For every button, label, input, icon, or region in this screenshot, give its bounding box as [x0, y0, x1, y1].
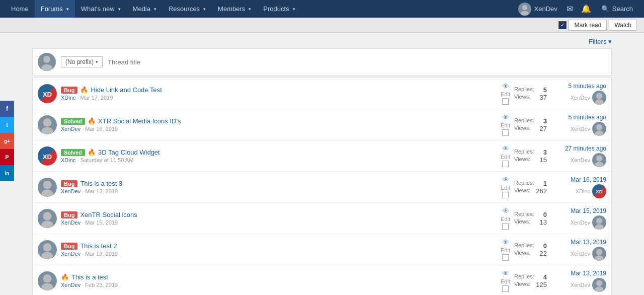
thread-edit-link[interactable]: Edit — [501, 185, 510, 191]
svg-point-2 — [43, 56, 50, 63]
thread-checkbox[interactable] — [502, 192, 509, 198]
svg-text:XD: XD — [43, 153, 52, 160]
svg-point-27 — [596, 280, 602, 286]
thread-badge: Solved — [61, 149, 85, 156]
views-label: Views: — [514, 250, 530, 257]
thread-controls: 👁Edit — [501, 176, 510, 198]
thread-stats: Replies:5Views:37 — [514, 86, 547, 101]
last-post-avatar — [592, 215, 606, 230]
social-twitter-button[interactable]: t — [0, 117, 14, 133]
thread-author[interactable]: XenDev — [61, 126, 80, 132]
thread-checkbox[interactable] — [502, 129, 509, 136]
replies-label: Replies: — [514, 86, 534, 94]
replies-count: 0 — [543, 211, 547, 218]
svg-point-12 — [596, 155, 602, 161]
bell-icon[interactable]: 🔔 — [577, 0, 595, 18]
last-post-time[interactable]: 27 minutes ago — [551, 145, 606, 152]
thread-author[interactable]: XenDev — [61, 219, 80, 226]
svg-point-7 — [43, 118, 52, 127]
thread-author-avatar — [38, 240, 57, 259]
thread-checkbox[interactable] — [502, 161, 509, 167]
table-row: Solved🔥XTR Social Media Icons ID'sXenDev… — [33, 109, 611, 140]
search-button[interactable]: 🔍 Search — [595, 0, 639, 18]
watch-eye-icon[interactable]: 👁 — [502, 238, 509, 246]
whats-new-chevron-icon: ▾ — [118, 7, 121, 12]
last-post-time[interactable]: Mar 13, 2019 — [551, 270, 606, 277]
watch-eye-icon[interactable]: 👁 — [502, 113, 509, 121]
thread-title-link[interactable]: This is test 2 — [80, 242, 117, 250]
nav-item-home[interactable]: Home — [5, 0, 35, 18]
last-post-time[interactable]: Mar 15, 2019 — [551, 207, 606, 214]
thread-title-link[interactable]: XenTR Social icons — [80, 211, 137, 218]
thread-edit-link[interactable]: Edit — [501, 154, 510, 160]
thread-author-avatar — [38, 178, 57, 197]
thread-meta: XenDev · Mar 15, 2019 — [61, 219, 497, 226]
fire-icon: 🔥 — [88, 149, 96, 156]
thread-edit-link[interactable]: Edit — [501, 216, 510, 222]
replies-count: 0 — [543, 242, 547, 250]
svg-point-20 — [595, 224, 604, 230]
select-all-checkbox[interactable]: ✓ — [558, 21, 567, 29]
thread-edit-link[interactable]: Edit — [501, 91, 510, 97]
watch-eye-icon[interactable]: 👁 — [502, 144, 509, 153]
svg-text:XD: XD — [596, 189, 603, 194]
thread-checkbox[interactable] — [502, 223, 509, 230]
nav-item-forums[interactable]: Forums ▾ — [35, 0, 75, 18]
watch-eye-icon[interactable]: 👁 — [502, 269, 509, 277]
social-facebook-button[interactable]: f — [0, 101, 14, 117]
thread-author[interactable]: XDinc — [61, 95, 75, 101]
svg-point-0 — [522, 5, 527, 10]
last-post-username: XenDev — [571, 219, 590, 226]
last-post-time[interactable]: Mar 13, 2019 — [551, 239, 606, 246]
nav-item-products[interactable]: Products ▾ — [257, 0, 301, 18]
thread-author[interactable]: XenDev — [61, 282, 80, 288]
thread-edit-link[interactable]: Edit — [501, 247, 510, 253]
thread-title-input[interactable] — [108, 58, 606, 66]
svg-point-9 — [596, 124, 602, 130]
watch-eye-icon[interactable]: 👁 — [502, 176, 509, 184]
table-row: XDSolved🔥3D Tag Cloud WidgetXDinc · Satu… — [33, 140, 611, 172]
nav-item-media[interactable]: Media ▾ — [127, 0, 163, 18]
social-linkedin-button[interactable]: in — [0, 165, 14, 181]
thread-title-link[interactable]: 3D Tag Cloud Widget — [98, 149, 160, 156]
nav-item-whats-new[interactable]: What's new ▾ — [75, 0, 127, 18]
thread-checkbox[interactable] — [502, 254, 509, 261]
last-post-time[interactable]: Mar 16, 2019 — [551, 176, 606, 183]
thread-title-link[interactable]: This is a test — [71, 273, 108, 281]
last-post-info: 5 minutes agoXenDev — [551, 83, 606, 105]
last-post-info: Mar 15, 2019XenDev — [551, 207, 606, 230]
watch-eye-icon[interactable]: 👁 — [502, 207, 509, 215]
thread-author[interactable]: XenDev — [61, 188, 80, 194]
svg-text:XD: XD — [43, 90, 52, 98]
social-googleplus-button[interactable]: g+ — [0, 133, 14, 149]
views-label: Views: — [514, 281, 530, 288]
watch-button[interactable]: Watch — [609, 20, 637, 31]
nav-item-resources[interactable]: Resources ▾ — [163, 0, 212, 18]
thread-author-avatar: XD — [38, 84, 57, 103]
thread-title-link[interactable]: XTR Social Media Icons ID's — [98, 117, 181, 125]
prefix-selector[interactable]: (No prefix) ▾ — [61, 56, 103, 67]
thread-checkbox[interactable] — [502, 98, 509, 105]
thread-edit-link[interactable]: Edit — [501, 122, 510, 128]
mail-icon[interactable]: ✉ — [562, 0, 577, 18]
last-post-avatar — [592, 278, 606, 292]
action-bar: ✓ Mark read Watch — [0, 18, 644, 33]
thread-checkbox[interactable] — [502, 285, 509, 292]
mark-read-button[interactable]: Mark read — [569, 20, 607, 31]
nav-item-members[interactable]: Members ▾ — [212, 0, 257, 18]
thread-stats: Replies:4Views:125 — [514, 273, 547, 288]
watch-eye-icon[interactable]: 👁 — [502, 82, 509, 90]
views-count: 15 — [540, 156, 547, 164]
social-pinterest-button[interactable]: P — [0, 149, 14, 165]
last-post-time[interactable]: 5 minutes ago — [551, 114, 606, 121]
views-label: Views: — [514, 218, 530, 226]
user-menu[interactable]: XenDev — [513, 0, 562, 18]
thread-title-link[interactable]: This is a test 3 — [80, 180, 122, 187]
thread-author[interactable]: XDinc — [61, 157, 75, 163]
last-post-time[interactable]: 5 minutes ago — [551, 83, 606, 90]
thread-edit-link[interactable]: Edit — [501, 278, 510, 284]
last-post-username: XenDev — [571, 95, 590, 101]
thread-author[interactable]: XenDev — [61, 251, 80, 257]
thread-title-link[interactable]: Hide Link and Code Test — [91, 86, 162, 94]
filters-button[interactable]: Filters ▾ — [589, 38, 612, 45]
